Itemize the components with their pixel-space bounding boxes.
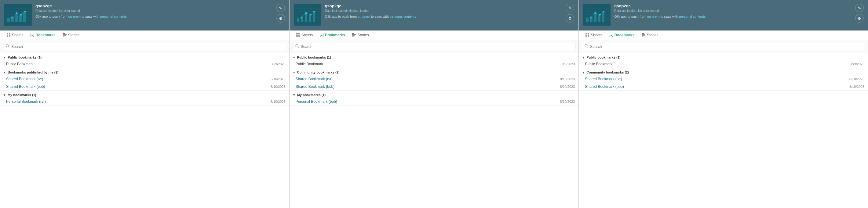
bookmark-row[interactable]: Shared Bookmark (bob)8/10/2023 xyxy=(0,83,289,91)
bookmark-row[interactable]: Public Bookmark8/9/2023 xyxy=(289,60,579,68)
svg-rect-99 xyxy=(586,35,587,37)
svg-rect-20 xyxy=(7,18,10,22)
bookmark-row[interactable]: Shared Bookmark (bob)8/10/2023 xyxy=(289,83,579,91)
svg-rect-94 xyxy=(594,14,596,22)
tab-label-stories: Stories xyxy=(647,33,658,37)
app-description: Qlik app to push from on prem to saas wi… xyxy=(325,14,575,19)
tab-label-bookmarks: Bookmarks xyxy=(35,33,55,37)
bookmarks-tab-icon xyxy=(320,33,323,37)
tab-sheets[interactable]: Sheets xyxy=(292,31,316,40)
tab-sheets[interactable]: Sheets xyxy=(3,31,27,40)
search-input[interactable] xyxy=(11,44,283,49)
app-header: qsop2qcData last loaded: No data loadedQ… xyxy=(0,0,289,31)
svg-rect-61 xyxy=(296,33,298,34)
settings-icon: ⚙ xyxy=(279,16,282,21)
section-title: Public bookmarks (1) xyxy=(297,56,331,59)
search-container xyxy=(0,40,289,53)
section-header-0[interactable]: ▼Public bookmarks (1) xyxy=(289,53,579,60)
svg-point-70 xyxy=(296,44,298,47)
settings-button[interactable]: ⚙ xyxy=(855,14,864,23)
svg-rect-93 xyxy=(590,16,592,22)
bookmark-name: Public Bookmark xyxy=(585,62,612,66)
bookmark-date: 8/10/2023 xyxy=(271,85,285,89)
bookmark-date: 8/10/2023 xyxy=(849,77,864,81)
sheets-tab-icon xyxy=(586,33,589,37)
section-arrow-icon: ▼ xyxy=(292,56,296,59)
svg-rect-105 xyxy=(642,36,643,37)
section-header-0[interactable]: ▼Public bookmarks (1) xyxy=(579,53,868,60)
bookmark-date: 8/9/2023 xyxy=(562,62,575,66)
svg-rect-32 xyxy=(63,35,66,36)
bookmark-name: Shared Bookmark (bob) xyxy=(585,84,624,89)
search-container xyxy=(289,40,579,53)
tab-stories[interactable]: Stories xyxy=(348,31,372,40)
tab-bookmarks[interactable]: Bookmarks xyxy=(606,31,638,40)
svg-rect-100 xyxy=(588,35,589,37)
section-header-0[interactable]: ▼Public bookmarks (1) xyxy=(0,53,289,60)
svg-rect-31 xyxy=(63,34,67,35)
panel-1: qsop2qcData last loaded: No data loadedQ… xyxy=(0,0,289,208)
panel-2: qsop2qcData last loaded: No data loadedQ… xyxy=(289,0,579,208)
svg-rect-68 xyxy=(352,35,355,36)
section-arrow-icon: ▼ xyxy=(582,56,585,59)
bookmark-name: Public Bookmark xyxy=(296,62,323,66)
tab-bookmarks[interactable]: Bookmarks xyxy=(316,31,348,40)
search-input[interactable] xyxy=(301,44,573,49)
edit-button[interactable]: ✎ xyxy=(566,4,574,12)
section-title: Bookmarks published by me (2) xyxy=(8,70,58,74)
bookmark-row[interactable]: Personal Bookmark (bob)8/10/2023 xyxy=(289,98,579,106)
svg-rect-27 xyxy=(7,35,8,37)
bookmark-date: 8/10/2023 xyxy=(849,85,864,89)
svg-rect-95 xyxy=(598,15,600,22)
tab-sheets[interactable]: Sheets xyxy=(582,31,606,40)
tab-label-bookmarks: Bookmarks xyxy=(615,33,634,37)
settings-button[interactable]: ⚙ xyxy=(566,14,574,23)
tab-bookmarks[interactable]: Bookmarks xyxy=(27,31,59,40)
section-header-1[interactable]: ▼Bookmarks published by me (2) xyxy=(0,68,289,75)
bookmark-name: Shared Bookmark (rvr) xyxy=(585,77,622,81)
section-title: My bookmarks (1) xyxy=(8,93,36,97)
bookmark-row[interactable]: Public Bookmark8/9/2023 xyxy=(579,60,868,68)
bookmark-date: 8/9/2023 xyxy=(851,62,864,66)
svg-rect-67 xyxy=(352,34,356,35)
bookmark-row[interactable]: Shared Bookmark (rvr)8/10/2023 xyxy=(289,75,579,83)
bookmark-row[interactable]: Shared Bookmark (rvr)8/10/2023 xyxy=(579,75,868,83)
tab-stories[interactable]: Stories xyxy=(59,31,83,40)
tab-stories[interactable]: Stories xyxy=(638,31,662,40)
edit-button[interactable]: ✎ xyxy=(276,4,285,12)
svg-rect-104 xyxy=(642,35,645,36)
svg-rect-103 xyxy=(642,34,645,35)
settings-button[interactable]: ⚙ xyxy=(276,14,285,23)
bookmark-name: Shared Bookmark (bob) xyxy=(296,84,335,89)
svg-rect-63 xyxy=(296,35,298,37)
bookmarks-tab-icon xyxy=(31,33,34,37)
bookmark-row[interactable]: Shared Bookmark (rvr)8/10/2023 xyxy=(0,75,289,83)
svg-rect-62 xyxy=(299,33,300,34)
section-arrow-icon: ▼ xyxy=(292,93,296,97)
section-header-2[interactable]: ▼My bookmarks (1) xyxy=(0,91,289,98)
search-input-wrapper xyxy=(3,43,286,50)
bookmark-row[interactable]: Public Bookmark8/9/2023 xyxy=(0,60,289,68)
bookmark-row[interactable]: Shared Bookmark (bob)8/10/2023 xyxy=(579,83,868,91)
section-title: My bookmarks (1) xyxy=(297,93,326,97)
app-info: qsop2qcData last loaded: No data loadedQ… xyxy=(614,4,864,19)
app-info: qsop2qcData last loaded: No data loadedQ… xyxy=(325,4,575,19)
svg-rect-58 xyxy=(305,14,307,22)
bookmarks-content: ▼Public bookmarks (1)Public Bookmark8/9/… xyxy=(289,53,579,208)
app-actions: ✎⚙ xyxy=(855,4,864,23)
section-header-1[interactable]: ▼Community bookmarks (2) xyxy=(289,68,579,75)
panel-3: qsop2qcData last loaded: No data loadedQ… xyxy=(579,0,868,208)
svg-rect-25 xyxy=(7,33,8,34)
app-name: qsop2qc xyxy=(35,4,285,8)
search-input[interactable] xyxy=(590,44,862,49)
section-title: Public bookmarks (1) xyxy=(8,56,41,59)
search-container xyxy=(579,40,868,53)
tab-label-sheets: Sheets xyxy=(302,33,313,37)
app-description: Qlik app to push from on prem to saas wi… xyxy=(35,14,285,19)
section-header-2[interactable]: ▼My bookmarks (1) xyxy=(289,91,579,98)
edit-icon: ✎ xyxy=(858,6,861,10)
bookmark-row[interactable]: Personal Bookmark (rvr)8/10/2023 xyxy=(0,98,289,106)
section-arrow-icon: ▼ xyxy=(3,93,6,97)
section-header-1[interactable]: ▼Community bookmarks (2) xyxy=(579,68,868,75)
edit-button[interactable]: ✎ xyxy=(855,4,864,12)
